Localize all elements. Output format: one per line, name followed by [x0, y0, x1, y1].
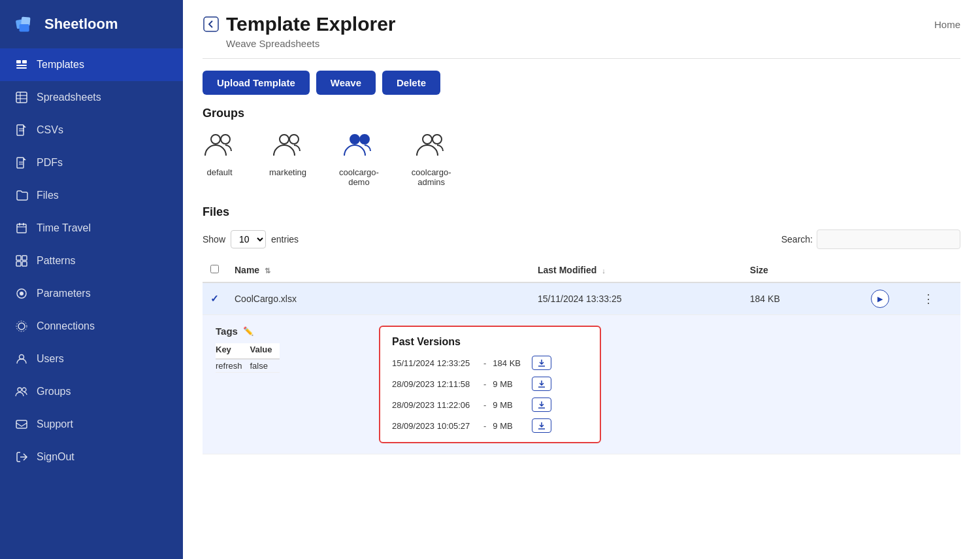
sidebar-item-spreadsheets[interactable]: Spreadsheets: [0, 81, 183, 114]
version-row-3: 28/09/2023 10:05:27 - 9 MB: [392, 418, 588, 433]
version-dash-3: -: [483, 421, 486, 431]
sidebar: Sheetloom Templates Spreadsheets CSVs: [0, 0, 183, 559]
svg-rect-5: [16, 65, 27, 66]
weave-button[interactable]: Weave: [316, 71, 376, 95]
page-title: Template Explorer: [226, 13, 396, 35]
groups-icon: [14, 384, 29, 399]
users-icon: [14, 352, 29, 366]
row-play-cell: ▶: [863, 282, 911, 315]
sidebar-item-support[interactable]: Support: [0, 408, 183, 441]
svg-point-30: [18, 388, 22, 392]
version-dash-0: -: [483, 358, 486, 368]
tags-value-header: Value: [250, 343, 280, 359]
group-item-coolcargo-demo[interactable]: coolcargo-demo: [339, 131, 379, 187]
delete-button[interactable]: Delete: [382, 71, 440, 95]
select-all-checkbox[interactable]: [210, 265, 219, 273]
sidebar-item-connections-label: Connections: [37, 320, 95, 332]
sidebar-item-users[interactable]: Users: [0, 343, 183, 375]
logo-text: Sheetloom: [44, 16, 118, 33]
play-button[interactable]: ▶: [871, 290, 889, 308]
version-row-1: 28/09/2023 12:11:58 - 9 MB: [392, 377, 588, 391]
download-button-2[interactable]: [532, 398, 551, 412]
connections-icon: [14, 319, 29, 333]
group-name-coolcargo-admins: coolcargo-admins: [412, 167, 451, 187]
sidebar-item-csvs[interactable]: CSVs: [0, 114, 183, 146]
version-size-3: 9 MB: [493, 421, 525, 431]
sidebar-item-groups[interactable]: Groups: [0, 375, 183, 408]
sidebar-item-patterns[interactable]: Patterns: [0, 245, 183, 277]
group-icon-coolcargo-demo: [342, 131, 376, 162]
sidebar-item-files[interactable]: Files: [0, 179, 183, 212]
main-content: Template Explorer Home Weave Spreadsheet…: [183, 0, 980, 559]
search-input[interactable]: [817, 229, 960, 249]
col-name-header[interactable]: Name ⇅: [227, 258, 530, 282]
download-button-0[interactable]: [532, 356, 551, 370]
version-date-2: 28/09/2023 11:22:06: [392, 400, 477, 410]
sidebar-item-parameters[interactable]: Parameters: [0, 277, 183, 310]
more-button[interactable]: ⋮: [919, 290, 938, 307]
version-date-1: 28/09/2023 12:11:58: [392, 379, 477, 389]
svg-rect-24: [22, 262, 27, 266]
svg-point-37: [280, 135, 289, 144]
svg-rect-14: [17, 158, 24, 168]
sidebar-item-templates[interactable]: Templates: [0, 48, 183, 81]
table-row[interactable]: ✓ CoolCargo.xlsx 15/11/2024 13:33:25 184…: [203, 282, 960, 315]
svg-point-39: [350, 135, 359, 144]
group-item-default[interactable]: default: [203, 131, 237, 187]
col-size-header[interactable]: Size: [742, 258, 864, 282]
group-item-coolcargo-admins[interactable]: coolcargo-admins: [412, 131, 451, 187]
download-button-3[interactable]: [532, 418, 551, 433]
upload-template-button[interactable]: Upload Template: [203, 71, 310, 95]
time-travel-icon: [14, 221, 29, 235]
entries-select[interactable]: 10 25 50: [231, 230, 266, 248]
group-item-marketing[interactable]: marketing: [269, 131, 306, 187]
sidebar-logo: Sheetloom: [0, 0, 183, 48]
sidebar-item-signout[interactable]: SignOut: [0, 441, 183, 473]
svg-rect-23: [16, 262, 21, 266]
tags-title: Tags ✏️: [216, 326, 359, 337]
files-title: Files: [203, 205, 960, 219]
svg-rect-21: [16, 256, 21, 260]
tags-section: Tags ✏️ Key Value: [216, 326, 359, 443]
groups-section: Groups default: [183, 107, 980, 205]
svg-point-27: [18, 323, 25, 330]
name-sort-icon: ⇅: [265, 267, 270, 275]
search-label: Search:: [781, 234, 813, 245]
col-checkbox-header: [203, 258, 227, 282]
table-header-row: Name ⇅ Last Modified ↓ Size: [203, 258, 960, 282]
sidebar-item-files-label: Files: [37, 190, 59, 201]
version-dash-1: -: [483, 379, 486, 389]
tags-row: refresh false: [216, 359, 280, 373]
svg-rect-6: [16, 67, 27, 69]
sidebar-item-pdfs[interactable]: PDFs: [0, 146, 183, 179]
version-size-0: 184 KB: [493, 358, 525, 368]
sidebar-item-time-travel-label: Time Travel: [37, 222, 91, 234]
back-icon[interactable]: [203, 16, 220, 33]
search-wrapper: 🔍: [817, 229, 960, 249]
svg-rect-34: [204, 17, 218, 31]
sidebar-item-time-travel[interactable]: Time Travel: [0, 212, 183, 245]
toolbar: Upload Template Weave Delete: [183, 71, 980, 107]
past-versions-box: Past Versions 15/11/2024 12:33:25 - 184 …: [379, 326, 601, 443]
group-name-marketing: marketing: [269, 167, 306, 177]
sidebar-item-connections[interactable]: Connections: [0, 310, 183, 343]
version-date-3: 28/09/2023 10:05:27: [392, 421, 477, 431]
download-button-1[interactable]: [532, 377, 551, 391]
sidebar-item-users-label: Users: [37, 353, 64, 365]
col-modified-header[interactable]: Last Modified ↓: [530, 258, 742, 282]
sidebar-item-spreadsheets-label: Spreadsheets: [37, 92, 101, 103]
svg-rect-2: [20, 24, 29, 31]
group-name-default: default: [206, 167, 232, 177]
spreadsheets-icon: [14, 90, 29, 105]
expanded-row: Tags ✏️ Key Value: [203, 315, 960, 454]
sidebar-item-support-label: Support: [37, 418, 73, 430]
home-link[interactable]: Home: [934, 19, 960, 30]
row-modified-cell: 15/11/2024 13:33:25: [530, 282, 742, 315]
svg-rect-7: [16, 92, 27, 103]
svg-rect-17: [17, 224, 26, 233]
logo-icon: [13, 12, 38, 37]
files-table: Name ⇅ Last Modified ↓ Size: [203, 258, 960, 454]
tags-table: Key Value refresh false: [216, 343, 280, 373]
row-more-cell: ⋮: [911, 282, 960, 315]
tags-edit-icon[interactable]: ✏️: [243, 326, 253, 336]
